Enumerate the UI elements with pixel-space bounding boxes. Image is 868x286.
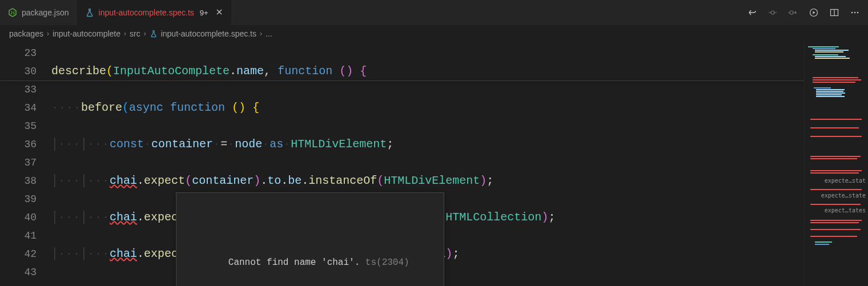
chevron-right-icon: › [144, 30, 146, 38]
minimap-annotation: expect…tates [825, 210, 866, 211]
line-number: 40 [0, 208, 37, 227]
flask-icon [150, 30, 158, 38]
code-area[interactable]: describe(InputAutoComplete.name, functio… [51, 42, 804, 286]
breadcrumb-part[interactable]: input-autocomplete.spec.ts [161, 29, 256, 38]
minimap[interactable]: expecte…stat expecte…state expect…tates [804, 42, 868, 286]
tab-label: input-autocomplete.spec.ts [99, 8, 194, 17]
line-number: 23 [0, 44, 37, 62]
breadcrumb-part[interactable]: ... [266, 29, 272, 38]
code-line[interactable]: │···│···chai.expect(container).to.be.ins… [51, 172, 804, 190]
tab-modified-badge: 9+ [200, 9, 208, 17]
line-number: 33 [0, 80, 37, 99]
breadcrumb[interactable]: packages › input-autocomplete › src › in… [0, 26, 868, 42]
flask-icon [85, 8, 94, 17]
commit-prev-icon[interactable] [767, 7, 778, 18]
breadcrumb-part[interactable]: packages [9, 29, 43, 38]
svg-point-1 [771, 11, 774, 14]
tab-package-json[interactable]: JS package.json [0, 0, 77, 26]
close-icon[interactable] [215, 8, 223, 18]
line-number: 34 [0, 99, 37, 117]
split-editor-icon[interactable] [829, 7, 839, 18]
code-line[interactable]: ····before(async function () { [51, 99, 804, 117]
line-number: 37 [0, 154, 37, 172]
chevron-right-icon: › [260, 30, 262, 38]
line-number: 43 [0, 263, 37, 281]
code-line[interactable]: describe(InputAutoComplete.name, functio… [51, 62, 804, 80]
line-number: 38 [0, 172, 37, 190]
line-gutter: 23 30 33 34 35 36 37 38 39 40 41 42 43 [0, 42, 51, 286]
svg-text:JS: JS [10, 11, 15, 15]
minimap-annotation: expecte…state [821, 195, 866, 196]
line-number: 36 [0, 135, 37, 154]
go-back-icon[interactable] [747, 7, 757, 18]
svg-point-6 [854, 12, 856, 14]
line-number: 35 [0, 117, 37, 135]
tab-label: package.json [22, 8, 69, 17]
editor: 23 30 33 34 35 36 37 38 39 40 41 42 43 d… [0, 42, 868, 286]
breadcrumb-part[interactable]: input-autocomplete [53, 29, 120, 38]
minimap-annotation: expecte…stat [825, 180, 866, 182]
editor-title-actions [747, 7, 868, 18]
chevron-right-icon: › [124, 30, 126, 38]
svg-point-7 [857, 12, 859, 14]
line-number: 30 [0, 62, 37, 80]
js-icon: JS [8, 8, 17, 17]
run-icon[interactable] [809, 7, 819, 18]
svg-point-5 [851, 12, 853, 14]
chevron-right-icon: › [47, 30, 49, 38]
more-icon[interactable] [850, 7, 860, 18]
tab-spec-file[interactable]: input-autocomplete.spec.ts 9+ [77, 0, 231, 26]
breadcrumb-part[interactable]: src [130, 29, 140, 38]
code-line[interactable]: │···│···const·container·=·node·as·HTMLDi… [51, 135, 804, 154]
tab-bar: JS package.json input-autocomplete.spec.… [0, 0, 868, 26]
hover-message: Cannot find name 'chai'. ts(2304) [176, 229, 444, 286]
line-number: 42 [0, 245, 37, 263]
error-hover-popup: Cannot find name 'chai'. ts(2304) any Vi… [176, 192, 444, 286]
commit-next-icon[interactable] [788, 7, 798, 18]
line-number: 39 [0, 190, 37, 208]
line-number: 41 [0, 227, 37, 245]
svg-point-2 [790, 11, 793, 14]
